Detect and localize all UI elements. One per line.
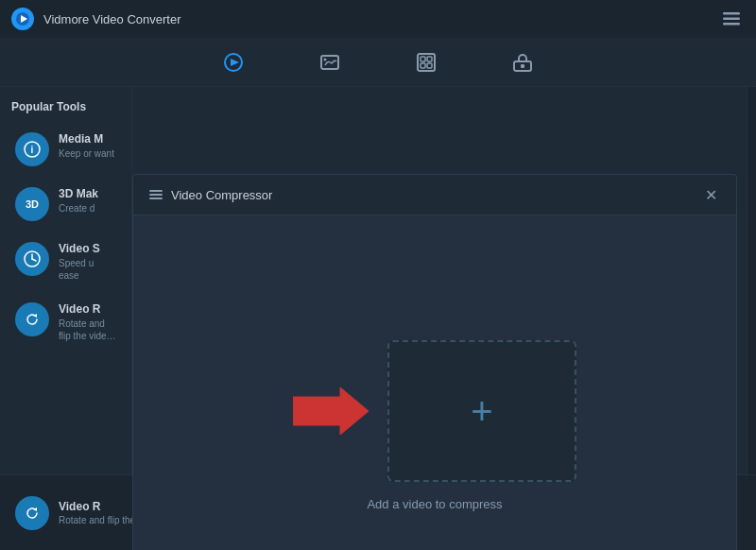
- svg-rect-12: [421, 63, 425, 68]
- top-nav: [0, 38, 756, 87]
- svg-point-8: [324, 58, 327, 60]
- sidebar-item-media-metadata[interactable]: i Media M Keep or want: [4, 123, 128, 176]
- 3d-maker-text: 3D Mak Create d: [59, 187, 116, 215]
- tab-toolbox[interactable]: [503, 46, 542, 78]
- drop-zone-label: Add a video to compress: [367, 497, 502, 511]
- compressor-header-icon: [148, 187, 163, 202]
- sidebar-item-video-rotate[interactable]: Video R Rotate and flip the video as you…: [4, 293, 128, 352]
- overlay-title: Video Compressor: [171, 188, 272, 202]
- app-title-label: Vidmore Video Converter: [43, 12, 181, 26]
- video-rotate-name: Video R: [59, 302, 116, 316]
- media-metadata-text: Media M Keep or want: [59, 132, 116, 160]
- video-compressor-panel: Video Compressor ✕ + Add a video to comp…: [132, 174, 737, 550]
- 3d-maker-name: 3D Mak: [59, 187, 116, 200]
- svg-rect-22: [149, 198, 163, 199]
- svg-rect-10: [421, 57, 425, 61]
- svg-text:i: i: [31, 145, 34, 155]
- media-metadata-desc: Keep or want: [59, 147, 116, 160]
- sidebar-item-video-speed[interactable]: Video S Speed u ease: [4, 232, 128, 291]
- sidebar-title: Popular Tools: [0, 95, 131, 123]
- 3d-maker-desc: Create d: [59, 202, 116, 215]
- svg-marker-23: [293, 387, 369, 435]
- svg-rect-11: [427, 57, 432, 61]
- video-speed-desc: Speed u ease: [59, 257, 116, 282]
- svg-rect-4: [723, 23, 740, 26]
- app-logo: [11, 8, 34, 30]
- video-rotate-desc: Rotate and flip the video as you like: [59, 318, 116, 342]
- media-metadata-icon: i: [15, 132, 49, 166]
- svg-rect-2: [723, 12, 740, 15]
- main-area: Popular Tools i Media M Keep or want 3D …: [0, 87, 756, 550]
- tab-trim[interactable]: [406, 46, 446, 78]
- video-speed-name: Video S: [59, 242, 116, 255]
- sidebar-item-3d-maker[interactable]: 3D 3D Mak Create d: [4, 178, 128, 231]
- right-panel-edge: [747, 87, 756, 474]
- svg-rect-13: [427, 63, 432, 68]
- tab-enhance[interactable]: [310, 46, 350, 78]
- drop-zone[interactable]: +: [387, 340, 576, 482]
- video-speed-text: Video S Speed u ease: [59, 242, 116, 282]
- overlay-body: + Add a video to compress: [133, 215, 736, 550]
- title-bar-menu-button[interactable]: [718, 9, 745, 29]
- svg-marker-6: [231, 59, 239, 66]
- 3d-maker-icon: 3D: [15, 187, 49, 221]
- video-speed-icon: [15, 242, 49, 276]
- drop-zone-row: +: [293, 340, 576, 482]
- title-bar: Vidmore Video Converter: [0, 0, 756, 38]
- add-arrow-icon: [293, 383, 369, 439]
- video-rotate-icon: [15, 302, 49, 336]
- drop-zone-plus-icon: +: [471, 392, 492, 430]
- svg-rect-21: [149, 194, 163, 196]
- svg-rect-15: [521, 64, 524, 68]
- overlay-header-left: Video Compressor: [148, 187, 272, 202]
- video-rotate-text: Video R Rotate and flip the video as you…: [59, 302, 116, 342]
- overlay-close-button[interactable]: ✕: [700, 184, 721, 205]
- svg-rect-3: [723, 18, 740, 21]
- svg-rect-20: [149, 190, 163, 192]
- tab-converter[interactable]: [214, 46, 253, 78]
- media-metadata-name: Media M: [59, 132, 116, 146]
- overlay-header: Video Compressor ✕: [133, 175, 736, 215]
- bottom-tool-rotate-icon: [15, 496, 49, 530]
